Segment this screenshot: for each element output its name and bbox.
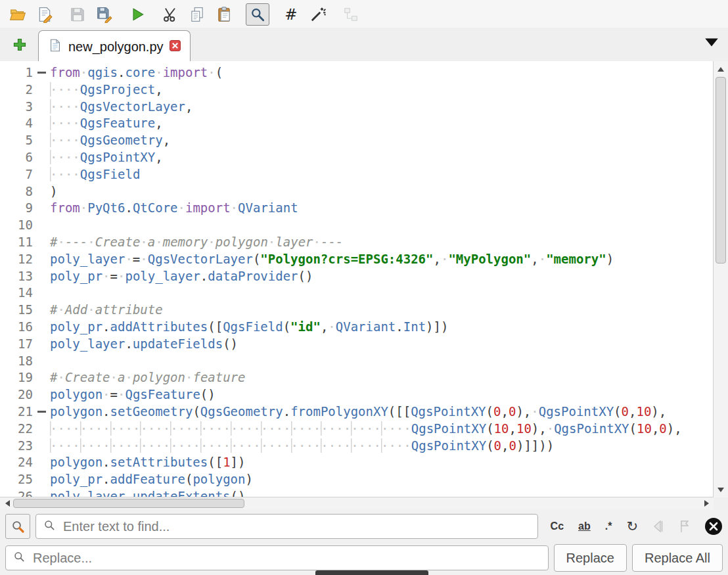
- code-line-text: ····QgsField: [50, 166, 140, 183]
- horizontal-scrollbar-thumb[interactable]: [13, 499, 244, 508]
- whitespace-dot: ·: [291, 438, 298, 453]
- search-icon: [13, 551, 26, 566]
- code-token: QgsVectorLayer: [80, 99, 185, 114]
- vertical-scrollbar[interactable]: [713, 61, 728, 497]
- whitespace-dot: ·: [231, 438, 238, 453]
- whitespace-dot: ·: [268, 421, 275, 436]
- case-sensitive-toggle[interactable]: Cc: [547, 518, 567, 534]
- whitespace-dot: ·: [140, 252, 147, 266]
- code-token: layer: [275, 235, 313, 249]
- vertical-scrollbar-thumb[interactable]: [716, 77, 726, 264]
- whitespace-dot: ·: [50, 99, 57, 114]
- new-editor-icon: [36, 6, 53, 23]
- code-token: ,: [155, 116, 162, 130]
- line-number: 9: [0, 200, 33, 217]
- whitespace-dot: ·: [65, 116, 72, 130]
- toolbar-open-script-button[interactable]: [7, 4, 29, 25]
- code-line: 10: [0, 217, 714, 234]
- whitespace-dot: ·: [238, 438, 245, 453]
- find-previous-button[interactable]: [649, 518, 668, 534]
- whitespace-dot: ·: [50, 116, 57, 130]
- horizontal-scrollbar[interactable]: [0, 497, 714, 509]
- whitespace-dot: ·: [261, 438, 268, 453]
- fold-marker[interactable]: [33, 64, 50, 81]
- code-line-text: #·Create·a·polygon·feature: [50, 369, 246, 386]
- toolbar-object-inspector-button[interactable]: [340, 4, 362, 25]
- find-input[interactable]: [62, 518, 530, 535]
- tab-close-button[interactable]: [170, 39, 181, 55]
- code-line: 14: [0, 285, 714, 302]
- code-token: ]): [231, 455, 246, 469]
- code-token: (: [283, 319, 290, 334]
- replace-input[interactable]: [32, 550, 541, 566]
- code-token: "MyPolygon": [448, 252, 531, 266]
- object-inspector-icon: [342, 6, 359, 23]
- whitespace-dot: ·: [351, 421, 358, 436]
- scroll-down-button[interactable]: [714, 484, 728, 495]
- code-token: (: [486, 404, 493, 419]
- whitespace-dot: ·: [140, 438, 147, 453]
- tab-new-polygon-py[interactable]: new_polygon.py: [38, 30, 191, 62]
- whitespace-dot: ·: [87, 235, 95, 249]
- whitespace-dot: ·: [155, 438, 162, 453]
- new-tab-button[interactable]: [8, 32, 32, 58]
- code-line-text: ····QgsGeometry,: [50, 132, 170, 149]
- wrap-around-toggle[interactable]: ↻: [623, 517, 641, 536]
- code-token: )]): [426, 319, 448, 334]
- line-number: 11: [0, 234, 33, 251]
- whole-word-toggle[interactable]: ab: [575, 518, 594, 534]
- whitespace-dot: ·: [373, 438, 380, 453]
- scroll-up-button[interactable]: [714, 63, 728, 75]
- whitespace-dot: ·: [102, 387, 110, 402]
- toolbar-run-script-button[interactable]: [126, 4, 148, 25]
- code-token: QgsField: [80, 167, 141, 181]
- line-number: 15: [0, 302, 33, 319]
- toolbar-copy-button[interactable]: [186, 4, 208, 25]
- whitespace-dot: ·: [57, 133, 64, 147]
- scroll-left-button[interactable]: [1, 497, 13, 509]
- whitespace-dot: ·: [253, 438, 260, 453]
- code-area[interactable]: 1from·qgis.core·import·(2····QgsProject,…: [0, 61, 714, 497]
- whitespace-dot: ·: [72, 133, 80, 147]
- replace-all-button[interactable]: Replace All: [632, 544, 723, 572]
- whitespace-dot: ·: [110, 438, 118, 453]
- toolbar-new-editor-button[interactable]: [34, 4, 56, 25]
- search-options-button[interactable]: [5, 514, 30, 539]
- whitespace-dot: ·: [441, 252, 448, 266]
- code-token: QgsPointXY: [80, 150, 155, 164]
- code-token: .: [118, 65, 125, 80]
- whitespace-dot: ·: [208, 65, 215, 80]
- find-next-button[interactable]: [675, 518, 694, 534]
- fold-marker[interactable]: [33, 403, 50, 421]
- find-text-icon: [249, 6, 266, 23]
- code-token: poly_pr: [50, 269, 102, 283]
- toolbar-find-text-button[interactable]: [246, 3, 269, 26]
- whitespace-dot: ·: [531, 404, 538, 419]
- code-line: 13poly_pr·=·poly_layer.dataProvider(): [0, 268, 714, 285]
- replace-button[interactable]: Replace: [554, 544, 627, 572]
- arrow-down-icon: [717, 488, 724, 492]
- toolbar-cut-button[interactable]: [159, 4, 181, 25]
- toolbar-save-button[interactable]: [66, 4, 89, 25]
- code-editor: 1from·qgis.core·import·(2····QgsProject,…: [0, 61, 728, 509]
- code-line: 21polygon.setGeometry(QgsGeometry.fromPo…: [0, 403, 714, 421]
- toolbar-format-code-button[interactable]: [307, 4, 329, 25]
- code-token: addFeature: [110, 472, 185, 486]
- tab-list-dropdown-button[interactable]: [703, 34, 720, 54]
- whitespace-dot: ·: [140, 235, 147, 249]
- code-line-text: from·PyQt6.QtCore·import·QVariant: [50, 200, 298, 217]
- code-lines: 1from·qgis.core·import·(2····QgsProject,…: [0, 64, 714, 497]
- line-number: 23: [0, 438, 33, 455]
- fold-margin: [33, 268, 50, 285]
- whitespace-dot: ·: [57, 167, 64, 181]
- whitespace-dot: ·: [185, 438, 193, 453]
- toolbar-toggle-comment-button[interactable]: #: [280, 4, 302, 25]
- scroll-right-button[interactable]: [700, 497, 712, 509]
- toolbar-paste-button[interactable]: [213, 4, 235, 25]
- code-line-text: poly_layer.updateExtents(): [50, 488, 245, 497]
- regex-toggle[interactable]: .*: [602, 518, 616, 534]
- code-token: #: [50, 235, 57, 249]
- code-token: ---: [65, 235, 87, 249]
- toolbar-save-as-button[interactable]: [93, 4, 116, 25]
- close-find-bar-button[interactable]: [704, 517, 723, 536]
